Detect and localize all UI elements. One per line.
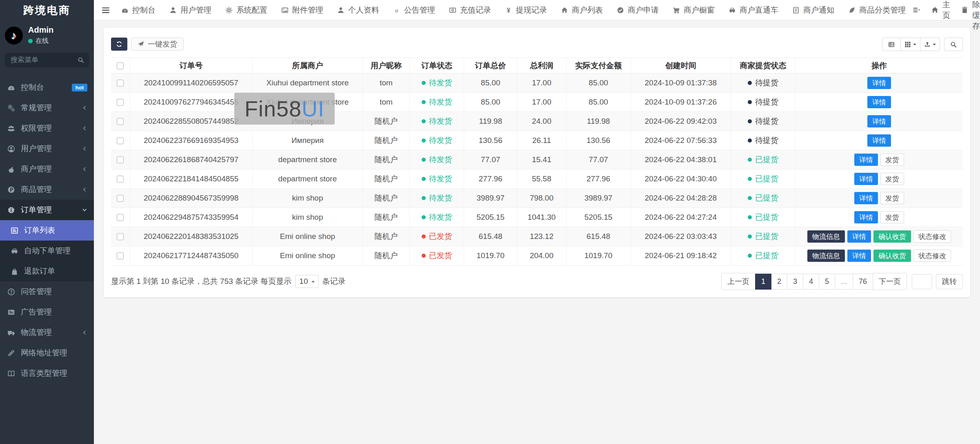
topnav-item-merchant-list[interactable]: 商户列表 [554,0,610,20]
action-detail-button[interactable]: 详情 [867,96,891,108]
pagination-prev-button[interactable]: 上一页 [721,273,756,290]
row-checkbox[interactable] [117,195,124,202]
action-logistics-button[interactable]: 物流信息 [807,230,845,243]
row-checkbox[interactable] [117,176,124,183]
cell-profit: 15.41 [517,150,566,170]
pagination-jump-button[interactable]: 跳转 [936,274,963,289]
users-icon [7,125,15,132]
action-modify-status-button[interactable]: 状态修改 [913,250,951,262]
row-checkbox[interactable] [117,80,124,87]
table-icon [888,41,895,48]
sidebar-item-auto-orders[interactable]: 自动下单管理 [0,241,94,261]
hamburger-icon[interactable] [101,6,110,15]
sidebar-item-network-address[interactable]: 网络地址管理 [0,343,94,363]
topnav-item-announcements[interactable]: 公告管理 [386,0,442,20]
pagination-page-1[interactable]: 1 [755,274,771,290]
one-click-ship-button[interactable]: 一键发货 [131,38,184,51]
status-dot-icon [748,234,752,239]
topnav-item-console[interactable]: 控制台 [114,0,162,20]
action-detail-button[interactable]: 详情 [867,115,891,127]
action-detail-button[interactable]: 详情 [867,134,891,147]
select-all-checkbox[interactable] [117,62,124,69]
sidebar-item-order-list[interactable]: 订单列表 [0,220,94,241]
pagination-jump-input[interactable] [912,274,932,289]
cell-actions: 详情 [796,74,963,93]
topnav-item-product-categories[interactable]: 商品分类管理 [841,0,913,20]
pagination-page-2[interactable]: 2 [771,274,787,290]
row-checkbox[interactable] [117,233,124,240]
sidebar-search-input[interactable] [5,53,89,67]
action-detail-button[interactable]: 详情 [854,173,878,185]
row-checkbox[interactable] [117,214,124,221]
sidebar-item-general[interactable]: 常规管理 [0,98,94,118]
sidebar-item-dashboard[interactable]: 控制台hot [0,77,94,98]
pagination-page-5[interactable]: 5 [819,274,835,290]
row-checkbox[interactable] [117,137,124,144]
topnav-item-system-config[interactable]: 系统配置 [218,0,274,20]
action-ship-button[interactable]: 发货 [880,192,904,204]
cell-order-no: 2024062261868740425797 [130,150,252,170]
status-dot-icon [422,119,426,123]
sidebar-item-merchants[interactable]: 商户管理 [0,159,94,179]
row-checkbox[interactable] [117,156,124,163]
card-view-button[interactable] [900,38,920,51]
row-checkbox[interactable] [117,252,124,259]
topnav-item-profile[interactable]: 个人资料 [330,0,386,20]
sidebar-item-language-types[interactable]: 语言类型管理 [0,363,94,384]
sidebar-item-ads[interactable]: 广告管理 [0,302,94,322]
refresh-button[interactable] [111,38,127,51]
action-detail-button[interactable]: 详情 [867,77,891,89]
action-ship-button[interactable]: 发货 [880,211,904,223]
action-modify-status-button[interactable]: 状态修改 [913,230,951,243]
refresh-icon [116,41,122,47]
toggle-view-button[interactable] [882,38,901,51]
cell-merchant: Xiuhui department store [252,74,362,93]
action-detail-button[interactable]: 详情 [847,250,871,262]
topnav-item-merchant-notice[interactable]: 商户通知 [785,0,841,20]
action-ship-button[interactable]: 发货 [880,173,904,185]
cell-profit: 26.11 [517,131,566,150]
topnav-item-user-management[interactable]: 用户管理 [162,0,218,20]
order-status-badge: 已发货 [422,231,452,242]
topnav-item-merchant-showcase[interactable]: 商户橱窗 [666,0,722,20]
action-confirm-receipt-button[interactable]: 确认收货 [873,250,911,262]
pickup-status-badge: 已提货 [748,231,778,242]
sidebar-item-qa[interactable]: 问答管理 [0,281,94,302]
action-detail-button[interactable]: 详情 [854,192,878,204]
cell-profit: 123.12 [517,227,566,246]
action-logistics-button[interactable]: 物流信息 [807,250,845,262]
row-checkbox[interactable] [117,99,124,106]
topnav-item-attachments[interactable]: 附件管理 [274,0,330,20]
page-size-select[interactable]: 10 [295,275,318,288]
pagination-page-4[interactable]: 4 [803,274,819,290]
search-toggle-button[interactable] [944,38,963,51]
avatar[interactable]: ♪ [5,27,23,45]
action-detail-button[interactable]: 详情 [854,154,878,166]
cell-created: 2024-10-09 01:37:38 [631,74,731,93]
sidebar-item-logistics[interactable]: 物流管理 [0,322,94,343]
sidebar-item-users[interactable]: 用户管理 [0,138,94,159]
cell-nickname: 随机户 [363,189,410,208]
sidebar-item-permissions[interactable]: 权限管理 [0,118,94,138]
action-detail-button[interactable]: 详情 [854,211,878,223]
pagination-page-76[interactable]: 76 [853,274,873,290]
home-link[interactable]: 主页 [931,0,950,21]
paper-plane-icon [138,41,144,47]
quick-list-menu[interactable] [913,6,920,14]
sidebar-item-orders[interactable]: 订单管理 [0,200,94,220]
topnav-item-merchant-apply[interactable]: 商户申请 [610,0,666,20]
topnav-item-merchant-express[interactable]: 商户直通车 [722,0,785,20]
pagination-next-button[interactable]: 下一页 [873,273,907,290]
sidebar-item-refund-orders[interactable]: 退款订单 [0,261,94,281]
action-confirm-receipt-button[interactable]: 确认收货 [873,230,911,243]
records-summary: 显示第 1 到第 10 条记录，总共 753 条记录 每页显示 [111,276,291,287]
cell-paid: 77.07 [566,150,631,170]
action-ship-button[interactable]: 发货 [880,154,904,166]
action-detail-button[interactable]: 详情 [847,230,871,243]
sidebar-item-products[interactable]: 商品管理 [0,179,94,200]
row-checkbox[interactable] [117,118,124,125]
topnav-item-withdraw-records[interactable]: 提现记录 [498,0,554,20]
export-button[interactable] [920,38,940,51]
pagination-page-3[interactable]: 3 [787,274,803,290]
topnav-item-recharge-records[interactable]: 充值记录 [442,0,498,20]
